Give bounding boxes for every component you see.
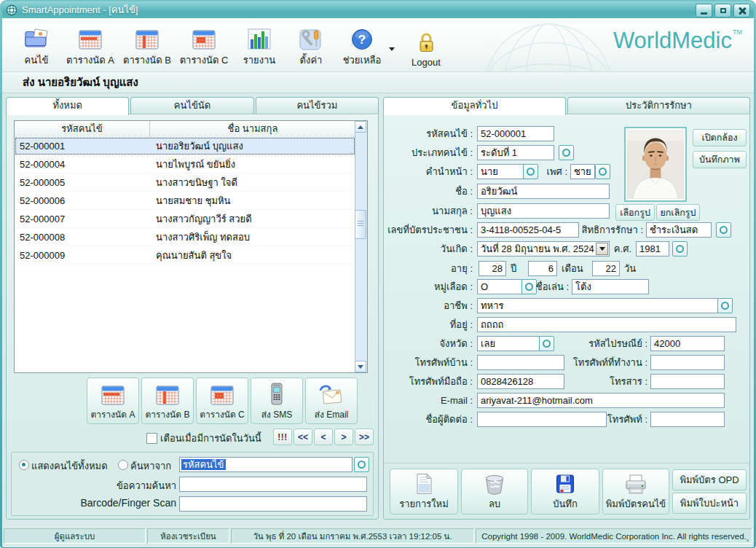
print-cover-sheet-button[interactable]: พิมพ์ใบปะหน้า (672, 493, 747, 514)
minimize-button[interactable] (696, 4, 712, 17)
save-button[interactable]: บันทึก (531, 469, 599, 514)
record-navigation: !!! << < > >> (273, 428, 374, 445)
previous-record-button[interactable]: < (314, 428, 333, 445)
help-dropdown-caret-icon[interactable] (389, 47, 395, 51)
alert-nav-button[interactable]: !!! (273, 428, 292, 445)
toolbar-button-logout[interactable]: Logout (404, 22, 448, 68)
patient-row[interactable]: 52-000001 นายอริยวัฒน์ บุญแสง (15, 137, 355, 155)
scrollbar-up-button[interactable] (355, 121, 366, 133)
patient-row[interactable]: 52-000005 นางสาวขนิษฐา ใจดี (15, 173, 355, 192)
first-record-button[interactable]: << (294, 428, 312, 445)
choose-photo-button[interactable]: เลือกรูป (615, 204, 655, 221)
coverage-dropdown-button[interactable] (716, 222, 731, 238)
restore-button[interactable] (714, 4, 731, 17)
citizen-id-input[interactable]: 3-4118-00525-04-5 (477, 222, 579, 238)
toolbar-button-settings[interactable]: ตั้งค่า (288, 22, 334, 68)
tab-combined-patients[interactable]: คนไข้รวม (256, 97, 379, 114)
toolbar-button-patients[interactable]: คนไข้ (14, 22, 59, 68)
birth-year-dropdown-button[interactable] (672, 241, 688, 257)
fax-input[interactable] (650, 374, 725, 389)
patient-row[interactable]: 52-000008 นางสาวศิริเพ็ญ ทดสอบ (15, 228, 355, 246)
patient-row[interactable]: 52-000009 คุณนายสันติ สุขใจ (15, 246, 355, 265)
work-phone-input[interactable] (650, 355, 725, 370)
patient-type-dropdown-button[interactable] (559, 145, 574, 160)
address-input[interactable]: ถถถถ (477, 317, 736, 332)
nickname-input[interactable]: โต้ง (572, 279, 649, 294)
blood-group-input[interactable]: O (477, 279, 522, 294)
search-text-input[interactable] (179, 477, 367, 492)
toolbar-button-schedule-c[interactable]: ตารางนัด C (176, 22, 232, 68)
birth-date-dropdown-button[interactable] (596, 243, 608, 255)
last-record-button[interactable]: >> (355, 428, 374, 445)
tab-treatment-history[interactable]: ประวัติการรักษา (567, 97, 750, 114)
column-header-patient-name[interactable]: ชื่อ นามสกุล (150, 121, 355, 137)
birth-year-input[interactable]: 1981 (636, 241, 669, 257)
toolbar-button-reports[interactable]: รายงาน (234, 22, 285, 68)
scrollbar-down-button[interactable] (355, 361, 366, 372)
last-name-input[interactable]: บุญแสง (477, 203, 610, 219)
patient-row[interactable]: 52-000006 นายสมชาย ชุมหิน (15, 192, 355, 210)
schedule-c-button[interactable]: ตารางนัด C (196, 377, 248, 424)
toolbar-button-schedule-a[interactable]: ตารางนัด A (62, 22, 119, 68)
age-months-input[interactable]: 6 (528, 261, 557, 276)
new-document-icon (412, 472, 436, 496)
resize-grip[interactable] (747, 539, 749, 541)
email-input[interactable]: ariyavat-211@hotmail.com (477, 393, 725, 408)
tab-appointment-patients[interactable]: คนไข้นัด (130, 97, 253, 114)
next-record-button[interactable]: > (334, 428, 353, 445)
send-email-button[interactable]: ส่ง Email (305, 377, 358, 424)
first-name-input[interactable]: อริยวัฒน์ (477, 184, 610, 199)
age-days-input[interactable]: 22 (592, 261, 620, 276)
patient-row[interactable]: 52-000004 นายไพบูรณ์ ขยันยิ่ง (15, 155, 355, 173)
print-opd-card-button[interactable]: พิมพ์บัตร OPD (672, 469, 747, 490)
open-camera-button[interactable]: เปิดกล้อง (693, 129, 747, 146)
schedule-a-button[interactable]: ตารางนัด A (87, 377, 139, 424)
tab-all-patients[interactable]: ทั้งหมด (6, 97, 129, 115)
barcode-input[interactable] (179, 496, 367, 512)
reminder-checkbox[interactable] (146, 433, 157, 444)
new-record-button[interactable]: รายการใหม่ (390, 469, 458, 514)
send-sms-button[interactable]: ส่ง SMS (251, 377, 303, 424)
vertical-scrollbar[interactable] (355, 121, 367, 372)
patient-id-cell: 52-000001 (15, 141, 149, 152)
prefix-dropdown-button[interactable] (523, 164, 538, 179)
show-all-radio-label[interactable]: แสดงคนไข้ทั้งหมด (31, 458, 108, 474)
contact-name-input[interactable] (477, 412, 607, 427)
blood-group-dropdown-button[interactable] (521, 279, 537, 294)
capture-photo-button[interactable]: บันทึกภาพ (693, 151, 747, 168)
home-phone-input[interactable] (477, 355, 564, 370)
age-years-input[interactable]: 28 (479, 261, 506, 276)
search-field-combobox[interactable]: รหัสคนไข้ (179, 457, 353, 472)
search-by-radio-label[interactable]: ค้นหาจาก (130, 458, 171, 474)
postcode-input[interactable]: 42000 (650, 336, 725, 351)
column-header-patient-id[interactable]: รหัสคนไข้ (15, 121, 150, 137)
occupation-dropdown-button[interactable] (717, 298, 733, 313)
schedule-b-button[interactable]: ตารางนัด B (141, 377, 194, 424)
tab-general-info[interactable]: ข้อมูลทั่วไป (383, 97, 566, 115)
show-all-radio[interactable] (19, 460, 29, 470)
mobile-phone-input[interactable]: 0828426128 (477, 374, 564, 389)
birth-date-picker[interactable]: วันที่ 28 มิถุนายน พ.ศ. 2524 (477, 241, 610, 257)
scrollbar-thumb[interactable] (355, 210, 366, 239)
coverage-input[interactable]: ชำระเงินสด (646, 222, 712, 238)
patient-id-input[interactable]: 52-000001 (477, 126, 554, 141)
close-button[interactable] (733, 4, 750, 17)
toolbar-button-help[interactable]: ? ช่วยเหลือ (336, 22, 388, 68)
delete-button[interactable]: ลบ (461, 469, 528, 514)
search-field-dropdown-button[interactable] (354, 457, 369, 472)
occupation-input[interactable]: ทหาร (477, 298, 718, 313)
search-by-radio[interactable] (118, 460, 128, 470)
patient-row[interactable]: 52-000007 นางสาวกัญญาวีร์ สวยดี (15, 210, 355, 228)
gender-input[interactable]: ชาย (570, 164, 595, 179)
patient-type-input[interactable]: ระดับที่ 1 (477, 145, 554, 160)
contact-phone-input[interactable] (650, 412, 725, 427)
province-input[interactable]: เลย (477, 336, 540, 351)
age-days-unit: วัน (624, 261, 636, 276)
print-patient-card-button[interactable]: พิมพ์บัตรคนไข้ (602, 469, 669, 514)
toolbar-button-schedule-b[interactable]: ตารางนัด B (120, 22, 174, 68)
province-dropdown-button[interactable] (539, 336, 554, 351)
reminder-checkbox-label[interactable]: เตือนเมื่อมีการนัดในวันนี้ (160, 431, 261, 446)
gender-dropdown-button[interactable] (595, 164, 610, 179)
prefix-input[interactable]: นาย (477, 164, 524, 179)
cancel-photo-button[interactable]: ยกเลิกรูป (656, 204, 700, 221)
